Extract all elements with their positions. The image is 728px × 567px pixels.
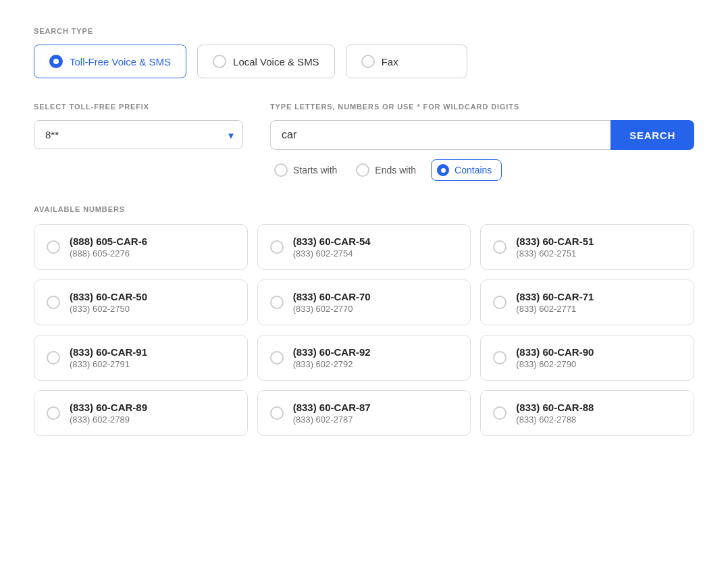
starts-with-radio [274, 163, 288, 177]
number-card[interactable]: (833) 60-CAR-51 (833) 602-2751 [480, 224, 694, 270]
search-input-row: SEARCH [270, 120, 694, 150]
number-radio-11 [493, 406, 506, 420]
number-radio-6 [47, 351, 60, 364]
number-info: (833) 60-CAR-92 (833) 602-2792 [293, 346, 371, 369]
search-group: TYPE LETTERS, NUMBERS OR USE * FOR WILDC… [270, 103, 694, 181]
number-radio-5 [493, 296, 506, 309]
number-display: (833) 60-CAR-54 [293, 236, 371, 247]
number-info: (833) 60-CAR-70 (833) 602-2770 [293, 291, 371, 314]
fax-label: Fax [382, 56, 398, 68]
config-section: SELECT TOLL-FREE PREFIX 8** 800 833 844 … [34, 103, 694, 181]
number-info: (833) 60-CAR-91 (833) 602-2791 [70, 346, 147, 369]
search-instruction-label: TYPE LETTERS, NUMBERS OR USE * FOR WILDC… [270, 103, 694, 111]
search-type-label: SEARCH TYPE [34, 27, 694, 35]
number-card[interactable]: (833) 60-CAR-50 (833) 602-2750 [34, 279, 248, 325]
number-display: (888) 605-CAR-6 [70, 236, 147, 247]
number-radio-1 [270, 240, 284, 254]
prefix-group: SELECT TOLL-FREE PREFIX 8** 800 833 844 … [34, 103, 243, 149]
number-info: (833) 60-CAR-50 (833) 602-2750 [70, 291, 147, 314]
number-numeric: (833) 602-2792 [293, 359, 371, 369]
number-display: (833) 60-CAR-92 [293, 346, 371, 358]
toll-free-label: Toll-Free Voice & SMS [70, 56, 171, 68]
number-display: (833) 60-CAR-87 [293, 402, 371, 413]
local-label: Local Voice & SMS [233, 56, 319, 68]
prefix-select-wrapper: 8** 800 833 844 855 866 877 888 ▾ [34, 120, 243, 149]
search-type-options: Toll-Free Voice & SMS Local Voice & SMS … [34, 45, 694, 78]
contains-label: Contains [454, 165, 492, 176]
number-numeric: (833) 602-2789 [70, 414, 147, 425]
local-radio [213, 55, 226, 68]
number-display: (833) 60-CAR-51 [516, 236, 594, 247]
number-card[interactable]: (888) 605-CAR-6 (888) 605-2276 [34, 224, 248, 270]
number-numeric: (833) 602-2770 [293, 304, 371, 314]
number-display: (833) 60-CAR-90 [516, 346, 594, 358]
search-type-local[interactable]: Local Voice & SMS [197, 45, 335, 78]
prefix-label: SELECT TOLL-FREE PREFIX [34, 103, 243, 111]
number-display: (833) 60-CAR-70 [293, 291, 371, 302]
number-display: (833) 60-CAR-91 [70, 346, 147, 358]
number-numeric: (888) 605-2276 [70, 248, 147, 259]
number-display: (833) 60-CAR-50 [70, 291, 147, 302]
available-numbers-label: AVAILABLE NUMBERS [34, 205, 694, 213]
ends-with-option[interactable]: Ends with [352, 159, 420, 181]
starts-with-label: Starts with [293, 165, 337, 176]
search-type-section: SEARCH TYPE Toll-Free Voice & SMS Local … [34, 27, 694, 78]
number-card[interactable]: (833) 60-CAR-87 (833) 602-2787 [257, 390, 471, 436]
number-info: (833) 60-CAR-51 (833) 602-2751 [516, 236, 594, 259]
number-radio-10 [270, 406, 284, 420]
number-radio-0 [47, 240, 60, 254]
number-info: (833) 60-CAR-54 (833) 602-2754 [293, 236, 371, 259]
number-numeric: (833) 602-2754 [293, 248, 371, 259]
number-info: (888) 605-CAR-6 (888) 605-2276 [70, 236, 147, 259]
number-radio-2 [493, 240, 506, 254]
number-display: (833) 60-CAR-71 [516, 291, 594, 302]
number-numeric: (833) 602-2790 [516, 359, 594, 369]
number-info: (833) 60-CAR-89 (833) 602-2789 [70, 402, 147, 425]
number-info: (833) 60-CAR-90 (833) 602-2790 [516, 346, 594, 369]
numbers-grid: (888) 605-CAR-6 (888) 605-2276 (833) 60-… [34, 224, 694, 436]
number-numeric: (833) 602-2791 [70, 359, 147, 369]
number-card[interactable]: (833) 60-CAR-71 (833) 602-2771 [480, 279, 694, 325]
search-button[interactable]: SEARCH [610, 120, 694, 150]
available-numbers-section: AVAILABLE NUMBERS (888) 605-CAR-6 (888) … [34, 205, 694, 436]
number-card[interactable]: (833) 60-CAR-70 (833) 602-2770 [257, 279, 471, 325]
contains-option[interactable]: Contains [431, 159, 502, 181]
number-radio-7 [270, 351, 284, 364]
number-info: (833) 60-CAR-88 (833) 602-2788 [516, 402, 594, 425]
match-options: Starts with Ends with Contains [270, 159, 694, 181]
number-radio-3 [47, 296, 60, 309]
contains-radio [437, 164, 449, 176]
number-card[interactable]: (833) 60-CAR-88 (833) 602-2788 [480, 390, 694, 436]
number-card[interactable]: (833) 60-CAR-54 (833) 602-2754 [257, 224, 471, 270]
number-numeric: (833) 602-2787 [293, 414, 371, 425]
search-type-toll-free[interactable]: Toll-Free Voice & SMS [34, 45, 186, 78]
number-numeric: (833) 602-2771 [516, 304, 594, 314]
number-card[interactable]: (833) 60-CAR-92 (833) 602-2792 [257, 335, 471, 381]
ends-with-label: Ends with [375, 165, 416, 176]
number-radio-9 [47, 406, 60, 420]
number-display: (833) 60-CAR-88 [516, 402, 594, 413]
search-type-fax[interactable]: Fax [346, 45, 467, 78]
number-card[interactable]: (833) 60-CAR-89 (833) 602-2789 [34, 390, 248, 436]
number-info: (833) 60-CAR-87 (833) 602-2787 [293, 402, 371, 425]
number-card[interactable]: (833) 60-CAR-90 (833) 602-2790 [480, 335, 694, 381]
fax-radio [361, 55, 375, 68]
number-card[interactable]: (833) 60-CAR-91 (833) 602-2791 [34, 335, 248, 381]
number-display: (833) 60-CAR-89 [70, 402, 147, 413]
number-numeric: (833) 602-2751 [516, 248, 594, 259]
number-info: (833) 60-CAR-71 (833) 602-2771 [516, 291, 594, 314]
number-radio-4 [270, 296, 284, 309]
prefix-select[interactable]: 8** 800 833 844 855 866 877 888 [34, 120, 243, 149]
number-radio-8 [493, 351, 506, 364]
number-numeric: (833) 602-2750 [70, 304, 147, 314]
search-input[interactable] [270, 120, 610, 150]
ends-with-radio [356, 163, 369, 177]
toll-free-radio [49, 55, 63, 68]
starts-with-option[interactable]: Starts with [270, 159, 341, 181]
number-numeric: (833) 602-2788 [516, 414, 594, 425]
